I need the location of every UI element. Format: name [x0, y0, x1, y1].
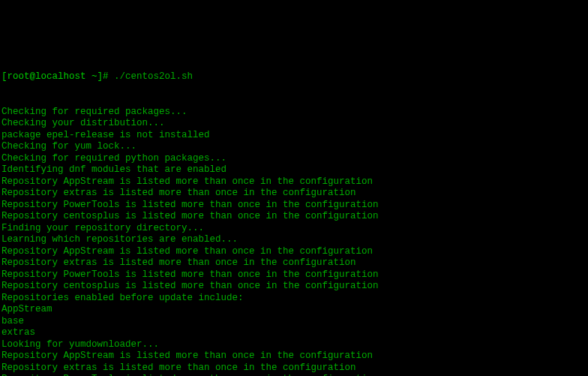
output-line: Repository AppStream is listed more than…	[2, 176, 586, 188]
output-line: Repository centosplus is listed more tha…	[2, 281, 586, 293]
output-line: base	[2, 316, 586, 328]
output-line: Checking for required packages...	[2, 107, 586, 119]
output-line: Repository AppStream is listed more than…	[2, 246, 586, 258]
output-line: Repository PowerTools is listed more tha…	[2, 200, 586, 212]
terminal-window[interactable]: [root@localhost ~]# ./centos2ol.sh Check…	[2, 48, 586, 376]
output-line: Repository PowerTools is listed more tha…	[2, 269, 586, 281]
terminal-output: Checking for required packages...Checkin…	[2, 107, 586, 377]
output-line: Learning which repositories are enabled.…	[2, 234, 586, 246]
output-line: Repository centosplus is listed more tha…	[2, 211, 586, 223]
output-line: Identifying dnf modules that are enabled	[2, 164, 586, 176]
output-line: Finding your repository directory...	[2, 223, 586, 235]
output-line: Repository AppStream is listed more than…	[2, 350, 586, 362]
shell-prompt: [root@localhost ~]#	[2, 71, 114, 82]
output-line: AppStream	[2, 304, 586, 316]
output-line: Checking for required python packages...	[2, 153, 586, 165]
output-line: Repositories enabled before update inclu…	[2, 293, 586, 305]
output-line: extras	[2, 327, 586, 339]
output-line: package epel-release is not installed	[2, 130, 586, 142]
output-line: Checking your distribution...	[2, 118, 586, 130]
output-line: Repository extras is listed more than on…	[2, 362, 586, 374]
output-line: Checking for yum lock...	[2, 141, 586, 153]
output-line: Repository extras is listed more than on…	[2, 257, 586, 269]
output-line: Looking for yumdownloader...	[2, 339, 586, 351]
command-text: ./centos2ol.sh	[114, 71, 193, 82]
prompt-line: [root@localhost ~]# ./centos2ol.sh	[2, 71, 586, 83]
output-line: Repository extras is listed more than on…	[2, 188, 586, 200]
